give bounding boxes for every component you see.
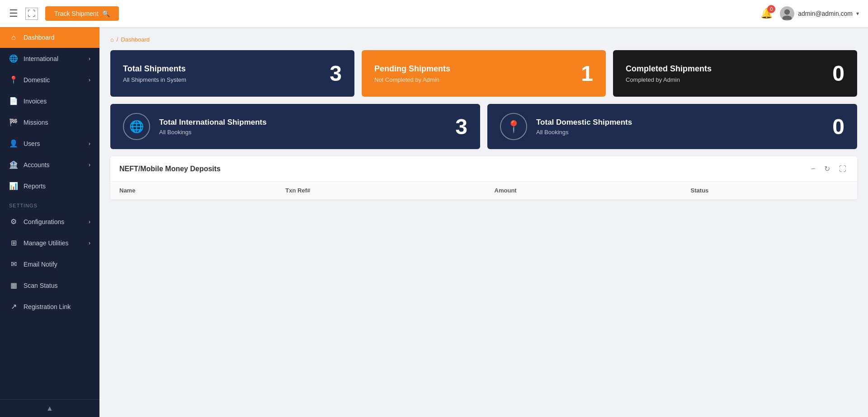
user-menu-chevron: ▾ [856,10,859,17]
sidebar-item-manage-utilities[interactable]: ⊞ Manage Utilities › [0,232,99,253]
pin-icon: 📍 [9,75,18,84]
stats-row-1: Total Shipments All Shipments in System … [110,50,857,97]
deposits-table-head: Name Txn Ref# Amount Status [110,182,857,200]
accounts-icon: 🏦 [9,160,18,169]
breadcrumb-home-icon: ⌂ [110,36,114,43]
notification-bell[interactable]: 🔔 0 [760,8,773,19]
sidebar: ⌂ Dashboard 🌐 International › 📍 Domestic… [0,27,99,417]
chevron-right-icon: › [89,141,90,147]
sidebar-item-accounts[interactable]: 🏦 Accounts › [0,154,99,175]
international-value: 3 [455,114,467,139]
dashboard-icon: ⌂ [9,33,18,42]
utilities-icon: ⊞ [9,239,18,247]
pending-shipments-title: Pending Shipments [374,64,450,74]
deposits-minimize-button[interactable]: − [809,164,817,174]
user-menu[interactable]: admin@admin.com ▾ [780,6,859,21]
external-link-icon: ↗ [9,302,18,311]
total-shipments-title: Total Shipments [123,64,186,74]
chevron-right-icon: › [89,240,90,246]
sidebar-item-scan-status[interactable]: ▦ Scan Status [0,275,99,296]
deposits-title: NEFT/Mobile Money Deposits [119,165,221,173]
col-status: Status [682,182,857,200]
pending-shipments-info: Pending Shipments Not Completed by Admin [374,64,450,83]
deposits-actions: − ↻ ⛶ [809,164,848,174]
topbar: ☰ ⛶ Track Shipment 🔍 🔔 0 admin@admin.com… [0,0,868,27]
domestic-card-icon: 📍 [500,113,527,140]
sidebar-item-label: Email Notify [24,261,90,268]
invoice-icon: 📄 [9,97,18,105]
domestic-value: 0 [832,114,844,139]
sidebar-item-missions[interactable]: 🏁 Missions [0,112,99,133]
topbar-right: 🔔 0 admin@admin.com ▾ [760,6,859,21]
domestic-card-body: Total Domestic Shipments All Bookings [536,118,823,136]
total-shipments-value: 3 [330,61,342,86]
sidebar-item-label: Manage Utilities [24,239,89,247]
completed-shipments-card: Completed Shipments Completed by Admin 0 [613,50,857,97]
international-card-body: Total International Shipments All Bookin… [159,118,446,136]
sidebar-item-reports[interactable]: 📊 Reports [0,175,99,197]
expand-icon[interactable]: ⛶ [25,8,38,20]
international-card-icon: 🌐 [123,113,150,140]
sidebar-item-label: Domestic [24,76,89,84]
avatar [780,6,794,21]
sidebar-item-international[interactable]: 🌐 International › [0,48,99,69]
email-icon: ✉ [9,260,18,268]
sidebar-item-users[interactable]: 👤 Users › [0,133,99,154]
sidebar-item-label: Invoices [24,98,90,105]
settings-section-label: SETTINGS [0,197,99,211]
notification-badge: 0 [767,5,775,13]
total-shipments-info: Total Shipments All Shipments in System [123,64,186,83]
breadcrumb: ⌂ / Dashboard [110,36,857,43]
reports-icon: 📊 [9,182,18,190]
gear-icon: ⚙ [9,217,18,226]
chevron-right-icon: › [89,56,90,62]
chevron-right-icon: › [89,219,90,225]
topbar-left: ☰ ⛶ Track Shipment 🔍 [9,6,119,21]
layout: ⌂ Dashboard 🌐 International › 📍 Domestic… [0,27,868,417]
international-subtitle: All Bookings [159,129,446,136]
pending-shipments-value: 1 [581,61,593,86]
globe-icon: 🌐 [9,54,18,63]
deposits-expand-button[interactable]: ⛶ [837,164,848,174]
track-shipment-button[interactable]: Track Shipment 🔍 [45,6,119,21]
total-shipments-card: Total Shipments All Shipments in System … [110,50,354,97]
completed-shipments-title: Completed Shipments [626,64,712,74]
domestic-subtitle: All Bookings [536,129,823,136]
breadcrumb-separator: / [117,36,118,43]
col-txn-ref: Txn Ref# [276,182,485,200]
breadcrumb-label: Dashboard [121,36,150,43]
sidebar-item-invoices[interactable]: 📄 Invoices [0,90,99,112]
sidebar-item-registration-link[interactable]: ↗ Registration Link [0,296,99,317]
stats-row-2: 🌐 Total International Shipments All Book… [110,104,857,149]
col-amount: Amount [486,182,682,200]
sidebar-collapse[interactable]: ▲ [0,399,99,417]
sidebar-item-configurations[interactable]: ⚙ Configurations › [0,211,99,232]
deposits-refresh-button[interactable]: ↻ [822,164,832,174]
completed-shipments-info: Completed Shipments Completed by Admin [626,64,712,83]
hamburger-icon[interactable]: ☰ [9,8,18,19]
svg-point-0 [784,9,790,14]
sidebar-item-label: Accounts [24,161,89,169]
total-international-card: 🌐 Total International Shipments All Book… [110,104,480,149]
deposits-card: NEFT/Mobile Money Deposits − ↻ ⛶ Name Tx… [110,156,857,200]
sidebar-item-label: Registration Link [24,303,90,310]
sidebar-item-label: Configurations [24,218,89,225]
user-email: admin@admin.com [798,10,853,17]
collapse-icon: ▲ [46,404,53,412]
track-search-icon: 🔍 [102,10,110,17]
sidebar-item-domestic[interactable]: 📍 Domestic › [0,69,99,90]
sidebar-item-label: Dashboard [24,34,90,41]
sidebar-item-dashboard[interactable]: ⌂ Dashboard [0,27,99,48]
svg-point-1 [783,15,792,20]
scan-icon: ▦ [9,281,18,290]
sidebar-item-email-notify[interactable]: ✉ Email Notify [0,253,99,275]
international-title: Total International Shipments [159,118,446,127]
chevron-right-icon: › [89,162,90,168]
missions-icon: 🏁 [9,118,18,127]
sidebar-item-label: Reports [24,183,90,190]
sidebar-item-label: Users [24,140,89,147]
main-content: ⌂ / Dashboard Total Shipments All Shipme… [99,27,868,417]
track-label: Track Shipment [54,10,99,17]
deposits-header: NEFT/Mobile Money Deposits − ↻ ⛶ [110,156,857,182]
pending-shipments-card: Pending Shipments Not Completed by Admin… [362,50,606,97]
